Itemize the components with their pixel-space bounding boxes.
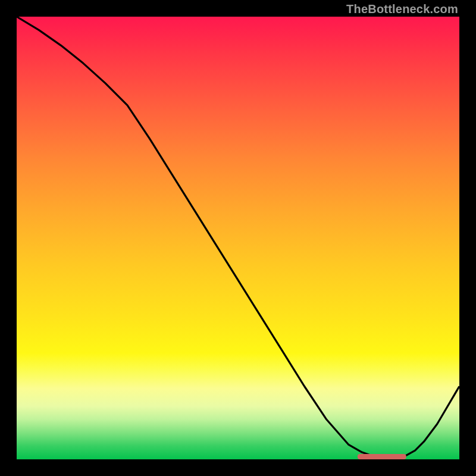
flat-bottom-marker <box>358 454 406 459</box>
curve-line <box>17 17 459 457</box>
chart-plot-area <box>17 17 459 459</box>
watermark-text: TheBottleneck.com <box>346 2 458 16</box>
curve-svg <box>17 17 459 459</box>
